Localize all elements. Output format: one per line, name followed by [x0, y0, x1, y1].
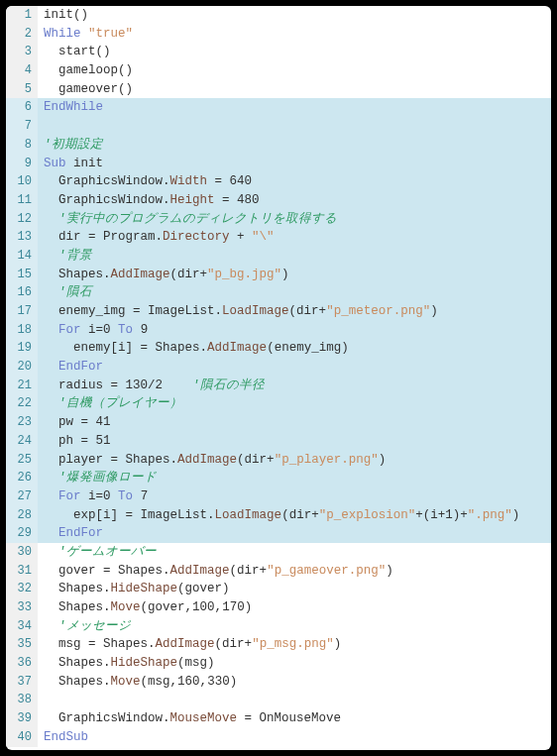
token-keyword: EndFor: [58, 360, 103, 374]
line-content[interactable]: GraphicsWindow.MouseMove = OnMouseMove: [38, 709, 551, 728]
token-member: AddImage: [170, 564, 230, 578]
line-content[interactable]: '隕石: [38, 283, 551, 302]
code-line[interactable]: 38: [6, 691, 551, 709]
line-content[interactable]: '初期設定: [38, 136, 551, 155]
code-line[interactable]: 30 'ゲームオーバー: [6, 543, 551, 562]
line-content[interactable]: '自機（プレイヤー）: [38, 394, 551, 413]
code-line[interactable]: 23 pw = 41: [6, 413, 551, 432]
code-line[interactable]: 40EndSub: [6, 728, 551, 747]
code-line[interactable]: 8'初期設定: [6, 136, 551, 155]
line-content[interactable]: For i=0 To 7: [38, 487, 551, 506]
line-content[interactable]: exp[i] = ImageList.LoadImage(dir+"p_expl…: [38, 506, 551, 525]
line-content[interactable]: Shapes.HideShape(gover): [38, 580, 551, 598]
code-line[interactable]: 26 '爆発画像ロード: [6, 469, 551, 487]
line-number: 17: [6, 302, 38, 321]
code-line[interactable]: 21 radius = 130/2 '隕石の半径: [6, 377, 551, 395]
line-content[interactable]: ph = 51: [38, 432, 551, 451]
code-line[interactable]: 18 For i=0 To 9: [6, 321, 551, 340]
token-ident: Shapes: [118, 453, 170, 467]
line-content[interactable]: GraphicsWindow.Height = 480: [38, 191, 551, 210]
code-line[interactable]: 4 gameloop(): [6, 61, 551, 80]
line-content[interactable]: 'ゲームオーバー: [38, 543, 551, 562]
token-ident: [118, 378, 126, 392]
line-content[interactable]: dir = Program.Directory + "\": [38, 228, 551, 247]
code-line[interactable]: 27 For i=0 To 7: [6, 487, 551, 506]
token-ident: enemy: [44, 341, 111, 355]
line-content[interactable]: 'メッセージ: [38, 617, 551, 636]
code-editor[interactable]: 1init()2While "true"3 start()4 gameloop(…: [6, 6, 551, 750]
code-line[interactable]: 24 ph = 51: [6, 432, 551, 451]
code-line[interactable]: 22 '自機（プレイヤー）: [6, 394, 551, 413]
code-line[interactable]: 35 msg = Shapes.AddImage(dir+"p_msg.png"…: [6, 635, 551, 654]
code-line[interactable]: 9Sub init: [6, 155, 551, 173]
code-line[interactable]: 36 Shapes.HideShape(msg): [6, 654, 551, 673]
code-line[interactable]: 19 enemy[i] = Shapes.AddImage(enemy_img): [6, 339, 551, 358]
line-content[interactable]: enemy[i] = Shapes.AddImage(enemy_img): [38, 339, 551, 358]
token-ident: GraphicsWindow: [44, 711, 163, 725]
token-string: "p_gameover.png": [267, 564, 386, 578]
code-line[interactable]: 33 Shapes.Move(gover,100,170): [6, 598, 551, 617]
code-line[interactable]: 14 '背景: [6, 247, 551, 266]
code-line[interactable]: 15 Shapes.AddImage(dir+"p_bg.jpg"): [6, 266, 551, 284]
line-content[interactable]: Sub init: [38, 155, 551, 173]
line-content[interactable]: Shapes.Move(msg,160,330): [38, 673, 551, 692]
line-content[interactable]: '爆発画像ロード: [38, 469, 551, 487]
code-area[interactable]: 1init()2While "true"3 start()4 gameloop(…: [6, 6, 551, 750]
code-line[interactable]: 10 GraphicsWindow.Width = 640: [6, 172, 551, 191]
line-content[interactable]: gameloop(): [38, 61, 551, 80]
line-content[interactable]: EndWhile: [38, 98, 551, 117]
line-content[interactable]: '実行中のプログラムのディレクトリを取得する: [38, 210, 551, 229]
code-line[interactable]: 32 Shapes.HideShape(gover): [6, 580, 551, 598]
code-line[interactable]: 29 EndFor: [6, 524, 551, 543]
token-ident: dir: [177, 268, 200, 281]
code-line[interactable]: 12 '実行中のプログラムのディレクトリを取得する: [6, 210, 551, 229]
line-content[interactable]: For i=0 To 9: [38, 321, 551, 340]
line-content[interactable]: Shapes.HideShape(msg): [38, 654, 551, 673]
line-content[interactable]: EndFor: [38, 524, 551, 543]
line-content[interactable]: '背景: [38, 247, 551, 266]
code-line[interactable]: 5 gameover(): [6, 80, 551, 99]
code-line[interactable]: 6EndWhile: [6, 98, 551, 117]
token-op: =: [88, 230, 96, 244]
code-line[interactable]: 34 'メッセージ: [6, 617, 551, 636]
code-line[interactable]: 1init(): [6, 6, 551, 25]
code-line[interactable]: 17 enemy_img = ImageList.LoadImage(dir+"…: [6, 302, 551, 321]
token-number: 640: [230, 174, 253, 188]
token-punct: (): [73, 8, 88, 22]
line-content[interactable]: Shapes.AddImage(dir+"p_bg.jpg"): [38, 266, 551, 284]
token-ident: [44, 249, 58, 263]
line-content[interactable]: msg = Shapes.AddImage(dir+"p_msg.png"): [38, 635, 551, 654]
token-punct: .: [170, 453, 178, 467]
token-ident: gover: [185, 582, 223, 595]
code-line[interactable]: 39 GraphicsWindow.MouseMove = OnMouseMov…: [6, 709, 551, 728]
code-line[interactable]: 2While "true": [6, 25, 551, 44]
code-line[interactable]: 7: [6, 117, 551, 136]
token-op: =: [133, 341, 156, 355]
line-content[interactable]: enemy_img = ImageList.LoadImage(dir+"p_m…: [38, 302, 551, 321]
code-line[interactable]: 11 GraphicsWindow.Height = 480: [6, 191, 551, 210]
line-content[interactable]: init(): [38, 6, 551, 25]
token-ident: dir: [237, 564, 260, 578]
token-op: +: [230, 230, 253, 244]
code-line[interactable]: 37 Shapes.Move(msg,160,330): [6, 673, 551, 692]
code-line[interactable]: 20 EndFor: [6, 358, 551, 377]
line-content[interactable]: start(): [38, 43, 551, 61]
token-ident: init: [44, 8, 73, 22]
token-ident: init: [66, 157, 104, 170]
line-content[interactable]: EndFor: [38, 358, 551, 377]
line-content[interactable]: gameover(): [38, 80, 551, 99]
line-content[interactable]: While "true": [38, 25, 551, 44]
line-content[interactable]: pw = 41: [38, 413, 551, 432]
line-content[interactable]: gover = Shapes.AddImage(dir+"p_gameover.…: [38, 562, 551, 581]
code-line[interactable]: 31 gover = Shapes.AddImage(dir+"p_gameov…: [6, 562, 551, 581]
code-line[interactable]: 16 '隕石: [6, 283, 551, 302]
code-line[interactable]: 25 player = Shapes.AddImage(dir+"p_playe…: [6, 451, 551, 470]
code-line[interactable]: 28 exp[i] = ImageList.LoadImage(dir+"p_e…: [6, 506, 551, 525]
line-content[interactable]: Shapes.Move(gover,100,170): [38, 598, 551, 617]
line-content[interactable]: EndSub: [38, 728, 551, 747]
code-line[interactable]: 3 start(): [6, 43, 551, 61]
line-content[interactable]: GraphicsWindow.Width = 640: [38, 172, 551, 191]
line-content[interactable]: radius = 130/2 '隕石の半径: [38, 377, 551, 395]
code-line[interactable]: 13 dir = Program.Directory + "\": [6, 228, 551, 247]
line-content[interactable]: player = Shapes.AddImage(dir+"p_player.p…: [38, 451, 551, 470]
